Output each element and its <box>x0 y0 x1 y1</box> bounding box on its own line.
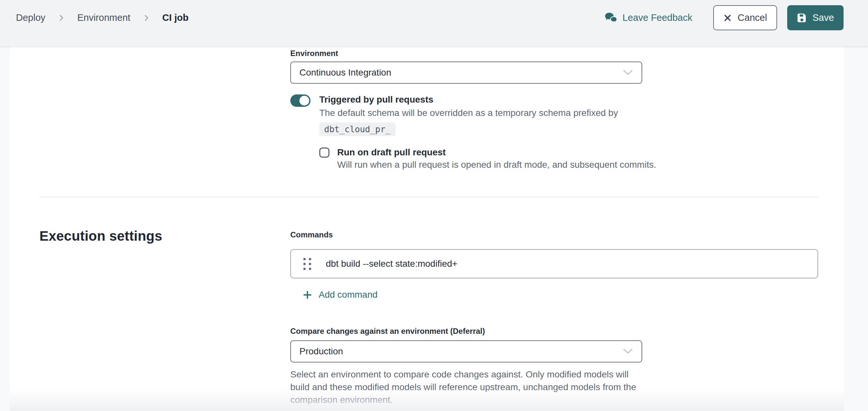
header-actions: Leave Feedback Cancel Save <box>604 5 843 30</box>
settings-content: Environment Continuous Integration Trigg… <box>10 46 844 411</box>
breadcrumb-deploy[interactable]: Deploy <box>16 12 45 23</box>
environment-select[interactable]: Continuous Integration <box>290 62 642 84</box>
plus-icon <box>302 290 312 300</box>
pr-trigger-description: The default schema will be overridden as… <box>319 106 656 120</box>
command-value[interactable]: dbt build --select state:modified+ <box>326 259 458 269</box>
add-command-button[interactable]: Add command <box>302 289 378 300</box>
section-divider <box>39 197 818 197</box>
save-label: Save <box>812 12 834 23</box>
chevron-down-icon <box>623 348 633 355</box>
environment-field-label: Environment <box>290 49 338 58</box>
draft-pr-label[interactable]: Run on draft pull request <box>337 147 656 158</box>
chat-bubbles-icon <box>604 12 618 24</box>
breadcrumb: Deploy Environment CI job <box>16 12 189 23</box>
breadcrumb-chevron-icon <box>142 14 151 22</box>
breadcrumb-chevron-icon <box>57 14 65 22</box>
close-icon <box>723 14 732 22</box>
cancel-label: Cancel <box>738 12 767 23</box>
top-bar: Deploy Environment CI job Leave Feedback… <box>0 0 868 46</box>
command-input-row[interactable]: dbt build --select state:modified+ <box>290 249 818 279</box>
cancel-button[interactable]: Cancel <box>713 5 777 30</box>
breadcrumb-environment[interactable]: Environment <box>77 12 130 23</box>
commands-label: Commands <box>290 230 333 240</box>
save-disk-icon <box>797 13 807 23</box>
deferral-label: Compare changes against an environment (… <box>290 327 485 336</box>
draft-pr-row: Run on draft pull request Will run when … <box>319 147 656 171</box>
draft-pr-checkbox[interactable] <box>319 148 330 158</box>
deferral-select-value: Production <box>300 346 343 357</box>
execution-settings-heading: Execution settings <box>39 228 162 244</box>
leave-feedback-link[interactable]: Leave Feedback <box>604 12 692 24</box>
save-button[interactable]: Save <box>787 5 843 30</box>
deferral-select[interactable]: Production <box>290 340 642 362</box>
environment-select-value: Continuous Integration <box>300 67 391 78</box>
draft-pr-description: Will run when a pull request is opened i… <box>337 158 656 171</box>
breadcrumb-ci-job: CI job <box>162 12 189 23</box>
pr-trigger-label[interactable]: Triggered by pull requests <box>319 94 656 105</box>
drag-handle-icon[interactable] <box>303 258 311 270</box>
add-command-label: Add command <box>319 289 378 300</box>
chevron-down-icon <box>623 69 633 76</box>
leave-feedback-label: Leave Feedback <box>623 12 692 23</box>
pr-trigger-toggle[interactable] <box>290 94 311 107</box>
pr-trigger-row: Triggered by pull requests The default s… <box>290 94 681 171</box>
deferral-help-text: Select an environment to compare code ch… <box>290 368 637 406</box>
toggle-knob <box>300 96 309 105</box>
schema-prefix-chip: dbt_cloud_pr_ <box>319 122 396 136</box>
